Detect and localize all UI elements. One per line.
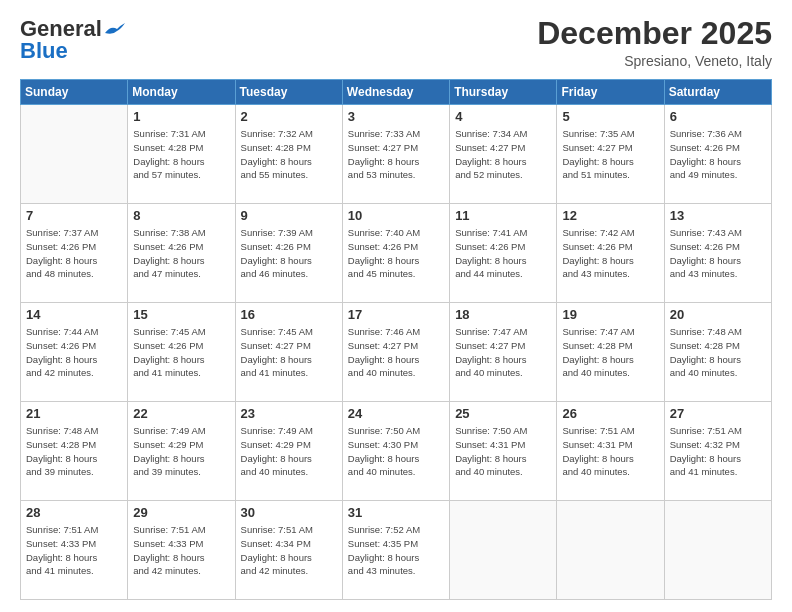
month-title: December 2025	[537, 16, 772, 51]
day-info-line: Sunrise: 7:47 AM	[455, 325, 551, 339]
day-number: 13	[670, 208, 766, 223]
day-info: Sunrise: 7:42 AMSunset: 4:26 PMDaylight:…	[562, 226, 658, 281]
day-number: 16	[241, 307, 337, 322]
day-info-line: Daylight: 8 hours	[670, 254, 766, 268]
day-info-line: and 43 minutes.	[562, 267, 658, 281]
day-info-line: and 42 minutes.	[241, 564, 337, 578]
calendar-cell: 15Sunrise: 7:45 AMSunset: 4:26 PMDayligh…	[128, 303, 235, 402]
day-info-line: Sunrise: 7:33 AM	[348, 127, 444, 141]
calendar-cell: 2Sunrise: 7:32 AMSunset: 4:28 PMDaylight…	[235, 105, 342, 204]
day-info-line: Sunset: 4:27 PM	[562, 141, 658, 155]
day-info: Sunrise: 7:36 AMSunset: 4:26 PMDaylight:…	[670, 127, 766, 182]
day-info-line: Sunrise: 7:31 AM	[133, 127, 229, 141]
day-number: 31	[348, 505, 444, 520]
day-number: 15	[133, 307, 229, 322]
day-info-line: and 39 minutes.	[26, 465, 122, 479]
day-number: 24	[348, 406, 444, 421]
day-info-line: Sunrise: 7:36 AM	[670, 127, 766, 141]
day-info-line: Sunrise: 7:51 AM	[26, 523, 122, 537]
logo-blue: Blue	[20, 38, 68, 64]
calendar-cell: 19Sunrise: 7:47 AMSunset: 4:28 PMDayligh…	[557, 303, 664, 402]
day-info: Sunrise: 7:51 AMSunset: 4:33 PMDaylight:…	[26, 523, 122, 578]
day-info-line: Sunset: 4:26 PM	[26, 339, 122, 353]
calendar-cell: 25Sunrise: 7:50 AMSunset: 4:31 PMDayligh…	[450, 402, 557, 501]
day-info-line: Sunrise: 7:51 AM	[241, 523, 337, 537]
day-number: 29	[133, 505, 229, 520]
calendar-cell: 9Sunrise: 7:39 AMSunset: 4:26 PMDaylight…	[235, 204, 342, 303]
day-info: Sunrise: 7:51 AMSunset: 4:33 PMDaylight:…	[133, 523, 229, 578]
day-info-line: Sunset: 4:26 PM	[133, 339, 229, 353]
day-info-line: Sunset: 4:26 PM	[241, 240, 337, 254]
col-thursday: Thursday	[450, 80, 557, 105]
header: General Blue December 2025 Spresiano, Ve…	[20, 16, 772, 69]
location: Spresiano, Veneto, Italy	[537, 53, 772, 69]
day-info-line: and 51 minutes.	[562, 168, 658, 182]
day-info-line: Daylight: 8 hours	[26, 353, 122, 367]
day-number: 23	[241, 406, 337, 421]
day-info-line: Daylight: 8 hours	[133, 155, 229, 169]
day-info-line: and 40 minutes.	[455, 465, 551, 479]
col-friday: Friday	[557, 80, 664, 105]
calendar-cell	[664, 501, 771, 600]
day-number: 28	[26, 505, 122, 520]
calendar-table: Sunday Monday Tuesday Wednesday Thursday…	[20, 79, 772, 600]
day-info-line: Sunrise: 7:51 AM	[133, 523, 229, 537]
day-number: 11	[455, 208, 551, 223]
day-info: Sunrise: 7:51 AMSunset: 4:31 PMDaylight:…	[562, 424, 658, 479]
day-info-line: Sunset: 4:28 PM	[670, 339, 766, 353]
day-info-line: Sunset: 4:27 PM	[455, 339, 551, 353]
day-info-line: and 47 minutes.	[133, 267, 229, 281]
day-info-line: Daylight: 8 hours	[455, 254, 551, 268]
day-info-line: Sunrise: 7:39 AM	[241, 226, 337, 240]
day-info-line: Sunrise: 7:35 AM	[562, 127, 658, 141]
calendar-cell: 11Sunrise: 7:41 AMSunset: 4:26 PMDayligh…	[450, 204, 557, 303]
day-info-line: Daylight: 8 hours	[241, 155, 337, 169]
col-monday: Monday	[128, 80, 235, 105]
calendar-cell: 12Sunrise: 7:42 AMSunset: 4:26 PMDayligh…	[557, 204, 664, 303]
col-sunday: Sunday	[21, 80, 128, 105]
day-info-line: Sunset: 4:26 PM	[348, 240, 444, 254]
day-info: Sunrise: 7:49 AMSunset: 4:29 PMDaylight:…	[241, 424, 337, 479]
day-info: Sunrise: 7:46 AMSunset: 4:27 PMDaylight:…	[348, 325, 444, 380]
day-info-line: Sunset: 4:26 PM	[670, 240, 766, 254]
day-number: 18	[455, 307, 551, 322]
calendar-cell: 29Sunrise: 7:51 AMSunset: 4:33 PMDayligh…	[128, 501, 235, 600]
day-info-line: Daylight: 8 hours	[26, 551, 122, 565]
day-number: 22	[133, 406, 229, 421]
day-info-line: Daylight: 8 hours	[562, 155, 658, 169]
calendar-cell	[557, 501, 664, 600]
calendar-cell: 5Sunrise: 7:35 AMSunset: 4:27 PMDaylight…	[557, 105, 664, 204]
calendar-cell: 3Sunrise: 7:33 AMSunset: 4:27 PMDaylight…	[342, 105, 449, 204]
day-info-line: Sunrise: 7:43 AM	[670, 226, 766, 240]
day-info-line: Sunrise: 7:37 AM	[26, 226, 122, 240]
day-info-line: Sunrise: 7:46 AM	[348, 325, 444, 339]
day-info-line: and 40 minutes.	[455, 366, 551, 380]
calendar-cell: 1Sunrise: 7:31 AMSunset: 4:28 PMDaylight…	[128, 105, 235, 204]
day-info-line: Sunset: 4:26 PM	[562, 240, 658, 254]
day-info-line: and 40 minutes.	[562, 366, 658, 380]
day-info-line: Sunrise: 7:32 AM	[241, 127, 337, 141]
day-number: 25	[455, 406, 551, 421]
day-info-line: Sunset: 4:26 PM	[26, 240, 122, 254]
day-info-line: Sunrise: 7:38 AM	[133, 226, 229, 240]
day-info-line: Sunset: 4:26 PM	[670, 141, 766, 155]
calendar-cell: 22Sunrise: 7:49 AMSunset: 4:29 PMDayligh…	[128, 402, 235, 501]
day-info-line: Daylight: 8 hours	[455, 452, 551, 466]
day-info-line: Sunset: 4:28 PM	[26, 438, 122, 452]
logo-bird-icon	[103, 23, 125, 37]
calendar-week-2: 14Sunrise: 7:44 AMSunset: 4:26 PMDayligh…	[21, 303, 772, 402]
day-info: Sunrise: 7:48 AMSunset: 4:28 PMDaylight:…	[670, 325, 766, 380]
day-info: Sunrise: 7:47 AMSunset: 4:27 PMDaylight:…	[455, 325, 551, 380]
day-info: Sunrise: 7:44 AMSunset: 4:26 PMDaylight:…	[26, 325, 122, 380]
day-number: 27	[670, 406, 766, 421]
day-info: Sunrise: 7:39 AMSunset: 4:26 PMDaylight:…	[241, 226, 337, 281]
day-info-line: Sunset: 4:29 PM	[241, 438, 337, 452]
day-info: Sunrise: 7:45 AMSunset: 4:26 PMDaylight:…	[133, 325, 229, 380]
calendar-cell: 20Sunrise: 7:48 AMSunset: 4:28 PMDayligh…	[664, 303, 771, 402]
calendar-week-1: 7Sunrise: 7:37 AMSunset: 4:26 PMDaylight…	[21, 204, 772, 303]
day-info-line: Sunrise: 7:50 AM	[455, 424, 551, 438]
calendar-week-0: 1Sunrise: 7:31 AMSunset: 4:28 PMDaylight…	[21, 105, 772, 204]
calendar-header-row: Sunday Monday Tuesday Wednesday Thursday…	[21, 80, 772, 105]
day-info-line: Sunrise: 7:49 AM	[133, 424, 229, 438]
day-info: Sunrise: 7:33 AMSunset: 4:27 PMDaylight:…	[348, 127, 444, 182]
